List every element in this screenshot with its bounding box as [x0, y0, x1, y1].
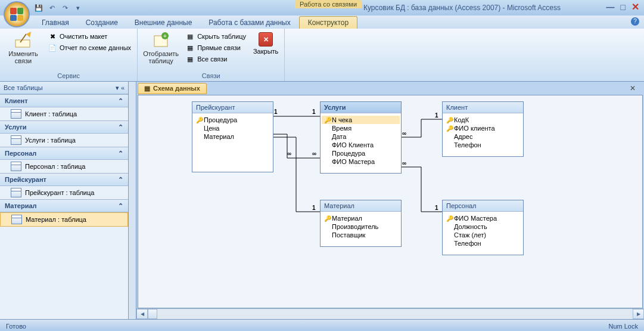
title-bar: 💾 ↶ ↷ ▾ Работа со связями Курсовик БД : … — [0, 0, 644, 16]
hide-table-icon: ▦ — [185, 32, 195, 41]
window-title: Курсовик БД : база данных (Access 2007) … — [363, 4, 561, 12]
redo-icon[interactable]: ↷ — [60, 2, 70, 13]
svg-rect-0 — [15, 40, 30, 47]
group-relations-label: Связи — [140, 72, 282, 80]
svg-text:+: + — [163, 33, 167, 39]
direct-relations-button[interactable]: ▦Прямые связи — [184, 42, 247, 53]
all-rel-icon: ▦ — [185, 54, 195, 64]
maximize-button[interactable]: □ — [621, 2, 626, 12]
minimize-button[interactable]: — — [606, 2, 615, 12]
nav-header[interactable]: Все таблицы ▾ « — [0, 82, 128, 94]
chevron-up-icon: ⌃ — [118, 176, 123, 184]
chevron-up-icon: ⌃ — [118, 97, 123, 105]
table-client[interactable]: Клиент 🔑КодК 🔑ФИО клиента Адрес Телефон — [442, 101, 524, 157]
doc-tab-schema[interactable]: ▦ Схема данных — [138, 83, 207, 94]
chevron-up-icon: ⌃ — [118, 202, 123, 210]
chevron-up-icon: ⌃ — [118, 150, 123, 157]
tab-home[interactable]: Главная — [33, 17, 77, 29]
tab-database-tools[interactable]: Работа с базами данных — [200, 17, 298, 29]
edit-relations-icon — [14, 31, 32, 49]
navigation-pane: Все таблицы ▾ « Клиент⌃ Клиент : таблица… — [0, 82, 129, 319]
show-table-icon: + — [152, 31, 170, 49]
nav-item-pricelist-table[interactable]: Прейскурант : таблица — [0, 186, 128, 199]
scroll-thumb[interactable] — [148, 309, 157, 319]
status-bar: Готово Num Lock — [0, 319, 644, 331]
numlock-indicator: Num Lock — [608, 323, 638, 330]
show-table-button[interactable]: + Отобразить таблицу — [140, 30, 182, 66]
nav-shutter-bar[interactable] — [129, 82, 136, 319]
close-relations-button[interactable]: ✕ — [259, 32, 273, 47]
scroll-left-button[interactable]: ◀ — [136, 309, 148, 319]
ribbon-tabs: Главная Создание Внешние данные Работа с… — [0, 16, 644, 29]
hide-table-button[interactable]: ▦Скрыть таблицу — [184, 31, 247, 42]
schema-report-button[interactable]: 📄Отчет по схеме данных — [46, 42, 132, 53]
all-relations-button[interactable]: ▦Все связи — [184, 54, 247, 64]
relations-icon: ▦ — [144, 85, 150, 92]
contextual-tab-label: Работа со связями — [295, 0, 362, 8]
table-services[interactable]: Услуги 🔑N чека Время Дата ФИО Клиента Пр… — [320, 101, 402, 174]
scroll-right-button[interactable]: ▶ — [633, 309, 644, 319]
save-icon[interactable]: 💾 — [33, 2, 44, 13]
table-staff[interactable]: Персонал 🔑ФИО Мастера Должность Стаж (ле… — [442, 200, 524, 255]
office-button[interactable] — [4, 1, 30, 27]
table-icon — [11, 135, 21, 145]
tab-constructor[interactable]: Конструктор — [299, 16, 357, 29]
undo-icon[interactable]: ↶ — [46, 2, 57, 13]
direct-rel-icon: ▦ — [185, 43, 195, 52]
table-material[interactable]: Материал 🔑Материал Производитель Поставщ… — [320, 200, 402, 247]
horizontal-scrollbar[interactable]: ◀ ▶ — [136, 308, 644, 319]
nav-item-client-table[interactable]: Клиент : таблица — [0, 107, 128, 120]
help-button[interactable]: ? — [631, 17, 639, 26]
nav-item-personnel-table[interactable]: Персонал : таблица — [0, 160, 128, 173]
tab-external-data[interactable]: Внешние данные — [126, 17, 201, 29]
relationships-canvas[interactable]: 11 ∞∞ ∞1 ∞1 1 Прейскурант 🔑Процедура Цен… — [138, 95, 643, 308]
nav-group-services[interactable]: Услуги⌃ — [0, 120, 128, 134]
nav-item-services-table[interactable]: Услуги : таблица — [0, 134, 128, 147]
close-label: Закрыть — [253, 48, 278, 55]
document-tabs: ▦ Схема данных ✕ — [136, 82, 644, 95]
table-icon — [11, 162, 21, 171]
close-document-button[interactable]: ✕ — [630, 84, 636, 92]
tab-create[interactable]: Создание — [77, 17, 126, 29]
clear-icon: ✖ — [48, 32, 57, 41]
table-pricelist[interactable]: Прейскурант 🔑Процедура Цена Материал — [192, 101, 273, 172]
report-icon: 📄 — [48, 43, 57, 52]
nav-group-pricelist[interactable]: Прейскурант⌃ — [0, 173, 128, 186]
table-icon — [11, 109, 21, 119]
chevron-up-icon: ⌃ — [118, 123, 123, 131]
nav-item-material-table[interactable]: Материал : таблица — [0, 212, 128, 227]
group-service-label: Сервис — [2, 72, 135, 80]
nav-collapse-icon[interactable]: « — [121, 84, 125, 91]
table-icon — [11, 215, 22, 224]
table-icon — [11, 188, 21, 197]
nav-group-client[interactable]: Клиент⌃ — [0, 94, 128, 107]
nav-group-material[interactable]: Материал⌃ — [0, 199, 128, 212]
clear-layout-button[interactable]: ✖Очистить макет — [46, 31, 132, 42]
quick-access-toolbar: 💾 ↶ ↷ ▾ — [33, 2, 83, 13]
edit-relations-button[interactable]: Изменить связи — [2, 30, 44, 66]
status-text: Готово — [6, 323, 26, 330]
nav-dropdown-icon[interactable]: ▾ — [116, 84, 119, 91]
close-window-button[interactable]: ✕ — [631, 1, 639, 13]
nav-group-personnel[interactable]: Персонал⌃ — [0, 147, 128, 160]
ribbon: Изменить связи ✖Очистить макет 📄Отчет по… — [0, 29, 644, 82]
qat-dropdown-icon[interactable]: ▾ — [73, 2, 83, 13]
